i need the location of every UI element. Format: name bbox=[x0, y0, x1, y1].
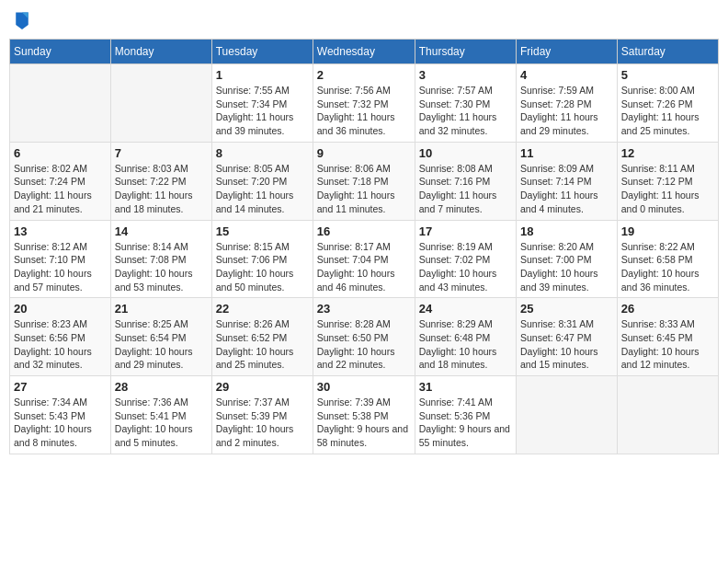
day-info: Sunrise: 7:57 AM Sunset: 7:30 PM Dayligh… bbox=[419, 84, 512, 138]
calendar-week-row: 13Sunrise: 8:12 AM Sunset: 7:10 PM Dayli… bbox=[10, 220, 719, 298]
weekday-header: Tuesday bbox=[211, 40, 313, 64]
day-number: 1 bbox=[216, 68, 309, 82]
logo bbox=[14, 9, 34, 29]
day-info: Sunrise: 8:11 AM Sunset: 7:12 PM Dayligh… bbox=[621, 162, 714, 216]
calendar-cell: 18Sunrise: 8:20 AM Sunset: 7:00 PM Dayli… bbox=[516, 220, 617, 298]
day-number: 12 bbox=[621, 146, 714, 160]
day-info: Sunrise: 8:29 AM Sunset: 6:48 PM Dayligh… bbox=[419, 317, 512, 372]
day-info: Sunrise: 8:17 AM Sunset: 7:04 PM Dayligh… bbox=[317, 240, 411, 294]
calendar-cell: 16Sunrise: 8:17 AM Sunset: 7:04 PM Dayli… bbox=[313, 220, 415, 298]
calendar-cell: 27Sunrise: 7:34 AM Sunset: 5:43 PM Dayli… bbox=[10, 376, 111, 454]
calendar-cell: 31Sunrise: 7:41 AM Sunset: 5:36 PM Dayli… bbox=[415, 376, 516, 454]
weekday-header: Saturday bbox=[617, 40, 718, 64]
calendar-cell: 4Sunrise: 7:59 AM Sunset: 7:28 PM Daylig… bbox=[516, 64, 617, 143]
day-number: 29 bbox=[216, 380, 309, 394]
day-number: 31 bbox=[419, 380, 512, 394]
day-number: 17 bbox=[419, 224, 512, 238]
day-number: 24 bbox=[419, 302, 512, 316]
day-info: Sunrise: 8:26 AM Sunset: 6:52 PM Dayligh… bbox=[216, 317, 309, 372]
weekday-header-row: SundayMondayTuesdayWednesdayThursdayFrid… bbox=[10, 40, 719, 64]
day-info: Sunrise: 8:31 AM Sunset: 6:47 PM Dayligh… bbox=[520, 317, 613, 372]
day-number: 8 bbox=[216, 146, 309, 160]
calendar-cell: 5Sunrise: 8:00 AM Sunset: 7:26 PM Daylig… bbox=[617, 64, 718, 143]
day-info: Sunrise: 7:41 AM Sunset: 5:36 PM Dayligh… bbox=[419, 396, 512, 450]
day-number: 5 bbox=[621, 68, 714, 82]
calendar-cell: 12Sunrise: 8:11 AM Sunset: 7:12 PM Dayli… bbox=[617, 142, 718, 220]
day-info: Sunrise: 8:12 AM Sunset: 7:10 PM Dayligh… bbox=[14, 240, 107, 294]
calendar-week-row: 27Sunrise: 7:34 AM Sunset: 5:43 PM Dayli… bbox=[10, 376, 719, 454]
calendar-cell: 23Sunrise: 8:28 AM Sunset: 6:50 PM Dayli… bbox=[313, 298, 415, 376]
day-info: Sunrise: 7:39 AM Sunset: 5:38 PM Dayligh… bbox=[317, 396, 411, 450]
day-number: 3 bbox=[419, 68, 512, 82]
calendar-week-row: 20Sunrise: 8:23 AM Sunset: 6:56 PM Dayli… bbox=[10, 298, 719, 376]
calendar-cell bbox=[110, 64, 211, 143]
calendar-cell: 11Sunrise: 8:09 AM Sunset: 7:14 PM Dayli… bbox=[516, 142, 617, 220]
day-number: 27 bbox=[14, 380, 107, 394]
calendar-cell: 26Sunrise: 8:33 AM Sunset: 6:45 PM Dayli… bbox=[617, 298, 718, 376]
calendar-cell: 20Sunrise: 8:23 AM Sunset: 6:56 PM Dayli… bbox=[10, 298, 111, 376]
calendar-cell: 29Sunrise: 7:37 AM Sunset: 5:39 PM Dayli… bbox=[211, 376, 313, 454]
day-info: Sunrise: 8:03 AM Sunset: 7:22 PM Dayligh… bbox=[115, 162, 208, 216]
weekday-header: Monday bbox=[110, 40, 211, 64]
day-info: Sunrise: 7:56 AM Sunset: 7:32 PM Dayligh… bbox=[317, 84, 411, 138]
day-info: Sunrise: 8:05 AM Sunset: 7:20 PM Dayligh… bbox=[216, 162, 309, 216]
day-number: 13 bbox=[14, 224, 107, 238]
day-info: Sunrise: 7:37 AM Sunset: 5:39 PM Dayligh… bbox=[216, 396, 309, 450]
day-number: 14 bbox=[115, 224, 208, 238]
calendar-cell: 10Sunrise: 8:08 AM Sunset: 7:16 PM Dayli… bbox=[415, 142, 516, 220]
day-number: 26 bbox=[621, 302, 714, 316]
calendar-cell: 1Sunrise: 7:55 AM Sunset: 7:34 PM Daylig… bbox=[211, 64, 313, 143]
day-number: 6 bbox=[14, 146, 107, 160]
day-number: 23 bbox=[317, 302, 411, 316]
page-header bbox=[9, 9, 719, 29]
day-info: Sunrise: 8:20 AM Sunset: 7:00 PM Dayligh… bbox=[520, 240, 613, 294]
day-number: 28 bbox=[115, 380, 208, 394]
calendar-cell: 21Sunrise: 8:25 AM Sunset: 6:54 PM Dayli… bbox=[110, 298, 211, 376]
day-number: 15 bbox=[216, 224, 309, 238]
calendar-week-row: 1Sunrise: 7:55 AM Sunset: 7:34 PM Daylig… bbox=[10, 64, 719, 143]
day-number: 2 bbox=[317, 68, 411, 82]
day-number: 22 bbox=[216, 302, 309, 316]
day-number: 7 bbox=[115, 146, 208, 160]
calendar-cell: 2Sunrise: 7:56 AM Sunset: 7:32 PM Daylig… bbox=[313, 64, 415, 143]
weekday-header: Thursday bbox=[415, 40, 516, 64]
day-info: Sunrise: 8:08 AM Sunset: 7:16 PM Dayligh… bbox=[419, 162, 512, 216]
calendar-table: SundayMondayTuesdayWednesdayThursdayFrid… bbox=[9, 39, 719, 454]
calendar-week-row: 6Sunrise: 8:02 AM Sunset: 7:24 PM Daylig… bbox=[10, 142, 719, 220]
calendar-cell: 24Sunrise: 8:29 AM Sunset: 6:48 PM Dayli… bbox=[415, 298, 516, 376]
day-info: Sunrise: 8:28 AM Sunset: 6:50 PM Dayligh… bbox=[317, 317, 411, 372]
calendar-cell: 7Sunrise: 8:03 AM Sunset: 7:22 PM Daylig… bbox=[110, 142, 211, 220]
day-info: Sunrise: 8:33 AM Sunset: 6:45 PM Dayligh… bbox=[621, 317, 714, 372]
calendar-cell: 17Sunrise: 8:19 AM Sunset: 7:02 PM Dayli… bbox=[415, 220, 516, 298]
day-number: 19 bbox=[621, 224, 714, 238]
calendar-cell: 22Sunrise: 8:26 AM Sunset: 6:52 PM Dayli… bbox=[211, 298, 313, 376]
day-info: Sunrise: 7:36 AM Sunset: 5:41 PM Dayligh… bbox=[115, 396, 208, 450]
calendar-cell: 30Sunrise: 7:39 AM Sunset: 5:38 PM Dayli… bbox=[313, 376, 415, 454]
day-number: 21 bbox=[115, 302, 208, 316]
day-info: Sunrise: 8:25 AM Sunset: 6:54 PM Dayligh… bbox=[115, 317, 208, 372]
weekday-header: Sunday bbox=[10, 40, 111, 64]
day-number: 25 bbox=[520, 302, 613, 316]
calendar-cell bbox=[516, 376, 617, 454]
calendar-cell: 19Sunrise: 8:22 AM Sunset: 6:58 PM Dayli… bbox=[617, 220, 718, 298]
day-number: 4 bbox=[520, 68, 613, 82]
day-info: Sunrise: 8:09 AM Sunset: 7:14 PM Dayligh… bbox=[520, 162, 613, 216]
weekday-header: Wednesday bbox=[313, 40, 415, 64]
day-number: 30 bbox=[317, 380, 411, 394]
day-info: Sunrise: 8:22 AM Sunset: 6:58 PM Dayligh… bbox=[621, 240, 714, 294]
day-info: Sunrise: 8:23 AM Sunset: 6:56 PM Dayligh… bbox=[14, 317, 107, 372]
day-number: 11 bbox=[520, 146, 613, 160]
day-info: Sunrise: 8:15 AM Sunset: 7:06 PM Dayligh… bbox=[216, 240, 309, 294]
calendar-cell: 25Sunrise: 8:31 AM Sunset: 6:47 PM Dayli… bbox=[516, 298, 617, 376]
calendar-cell: 15Sunrise: 8:15 AM Sunset: 7:06 PM Dayli… bbox=[211, 220, 313, 298]
day-info: Sunrise: 8:19 AM Sunset: 7:02 PM Dayligh… bbox=[419, 240, 512, 294]
calendar-cell: 13Sunrise: 8:12 AM Sunset: 7:10 PM Dayli… bbox=[10, 220, 111, 298]
day-info: Sunrise: 7:59 AM Sunset: 7:28 PM Dayligh… bbox=[520, 84, 613, 138]
logo-icon bbox=[14, 9, 30, 29]
day-number: 9 bbox=[317, 146, 411, 160]
day-info: Sunrise: 8:06 AM Sunset: 7:18 PM Dayligh… bbox=[317, 162, 411, 216]
calendar-cell: 8Sunrise: 8:05 AM Sunset: 7:20 PM Daylig… bbox=[211, 142, 313, 220]
calendar-cell: 14Sunrise: 8:14 AM Sunset: 7:08 PM Dayli… bbox=[110, 220, 211, 298]
day-info: Sunrise: 8:02 AM Sunset: 7:24 PM Dayligh… bbox=[14, 162, 107, 216]
calendar-cell bbox=[617, 376, 718, 454]
